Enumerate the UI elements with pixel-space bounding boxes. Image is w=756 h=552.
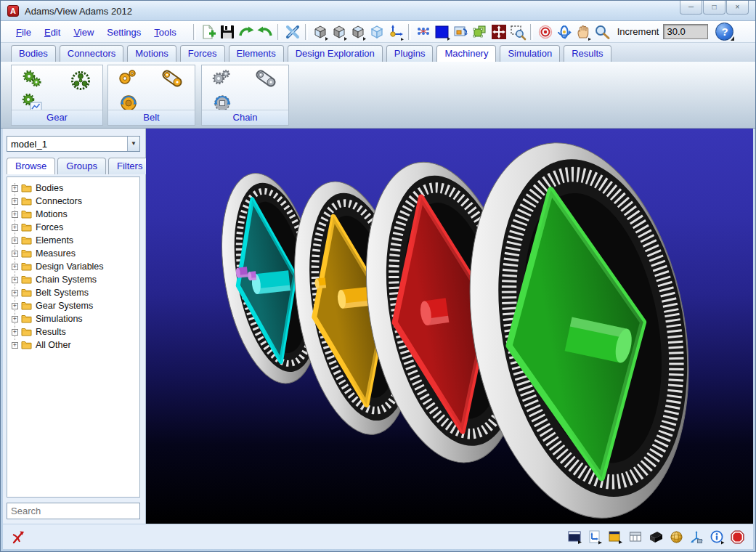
new-model-icon[interactable]: [199, 23, 218, 41]
tab-plugins[interactable]: Plugins: [386, 45, 434, 62]
tab-elements[interactable]: Elements: [229, 45, 284, 62]
gear-yellow-hub[interactable]: [337, 287, 369, 309]
expander-measures[interactable]: +: [12, 251, 18, 257]
tree-item-design-variables[interactable]: Design Variables: [36, 261, 104, 272]
pin-yellow[interactable]: [314, 277, 326, 288]
rotate-view-icon[interactable]: [555, 23, 574, 41]
lights-icon[interactable]: [668, 529, 685, 545]
pin-purple-a[interactable]: [235, 267, 248, 278]
view-front-icon[interactable]: [311, 23, 330, 41]
create-sprocket-icon[interactable]: [211, 69, 234, 92]
menu-tools[interactable]: Tools: [147, 24, 182, 41]
view-iso-icon[interactable]: [367, 23, 386, 41]
undo-icon[interactable]: [256, 23, 275, 41]
tree-item-elements[interactable]: Elements: [36, 235, 73, 245]
expander-belt-systems[interactable]: +: [12, 290, 18, 296]
depth-perception-icon[interactable]: [648, 529, 664, 545]
browser-tab-filters[interactable]: Filters: [108, 158, 151, 174]
vertex-grid-icon[interactable]: [414, 23, 433, 41]
tree-item-motions[interactable]: Motions: [36, 209, 68, 219]
chain-group-label[interactable]: Chain: [202, 110, 288, 125]
tree-row-elements: +Elements: [12, 234, 139, 247]
origin-axis-icon[interactable]: [386, 23, 405, 41]
plot-tracking-icon[interactable]: [587, 529, 603, 545]
tree-item-forces[interactable]: Forces: [36, 222, 63, 232]
expander-chain-systems[interactable]: +: [12, 277, 18, 283]
menu-view[interactable]: View: [67, 24, 100, 41]
chevron-down-icon[interactable]: ▼: [127, 137, 139, 151]
menu-settings[interactable]: Settings: [100, 24, 147, 41]
info-icon[interactable]: [709, 529, 725, 545]
expander-connectors[interactable]: +: [12, 198, 18, 205]
redo-icon[interactable]: [237, 23, 256, 41]
pan-icon[interactable]: [574, 23, 593, 41]
increment-input[interactable]: [663, 24, 708, 39]
expander-forces[interactable]: +: [12, 224, 18, 231]
tab-connectors[interactable]: Connectors: [60, 45, 123, 62]
tree-item-connectors[interactable]: Connectors: [36, 196, 82, 206]
tab-bodies[interactable]: Bodies: [11, 45, 56, 62]
save-icon[interactable]: [218, 23, 237, 41]
maximize-button[interactable]: □: [703, 1, 725, 15]
expander-simulations[interactable]: +: [12, 316, 18, 322]
tree-item-belt-systems[interactable]: Belt Systems: [36, 288, 89, 298]
expander-gear-systems[interactable]: +: [12, 303, 18, 309]
menu-edit[interactable]: Edit: [38, 24, 67, 41]
select-objects-icon[interactable]: [471, 23, 489, 41]
browser-tab-groups[interactable]: Groups: [57, 158, 106, 174]
expander-motions[interactable]: +: [12, 211, 18, 218]
model-selector[interactable]: model_1 ▼: [7, 136, 140, 152]
expander-results[interactable]: +: [12, 329, 18, 336]
tree-item-gear-systems[interactable]: Gear Systems: [36, 301, 93, 311]
create-chain-icon[interactable]: [255, 69, 278, 92]
create-belt-icon[interactable]: [161, 69, 184, 92]
status-bar: [3, 524, 753, 549]
tab-results[interactable]: Results: [564, 45, 611, 62]
expander-all-other[interactable]: +: [12, 342, 18, 349]
minimize-button[interactable]: ─: [680, 1, 702, 15]
close-button[interactable]: ×: [726, 1, 749, 15]
working-grid-icon[interactable]: [607, 529, 624, 545]
stop-icon[interactable]: [729, 529, 746, 545]
expander-design-variables[interactable]: +: [12, 264, 18, 270]
tree-item-simulations[interactable]: Simulations: [36, 314, 83, 324]
tools-icon[interactable]: [283, 23, 302, 41]
tab-simulation[interactable]: Simulation: [500, 45, 560, 62]
belt-group-label[interactable]: Belt: [108, 110, 195, 125]
pin-purple-b[interactable]: [248, 271, 257, 280]
render-window-icon[interactable]: [452, 23, 471, 41]
tab-forces[interactable]: Forces: [180, 45, 225, 62]
tree-item-chain-systems[interactable]: Chain Systems: [36, 275, 97, 285]
tab-design-exploration[interactable]: Design Exploration: [288, 45, 383, 62]
tree-item-results[interactable]: Results: [36, 327, 66, 337]
table-editor-icon[interactable]: [627, 529, 644, 545]
gear-red-hub[interactable]: [419, 298, 449, 326]
view-top-icon[interactable]: [349, 23, 367, 41]
zoom-icon[interactable]: [593, 23, 611, 41]
create-gear-pair-icon[interactable]: [20, 69, 44, 92]
tab-motions[interactable]: Motions: [127, 45, 176, 62]
translate-view-icon[interactable]: [489, 23, 508, 41]
expander-bodies[interactable]: +: [12, 185, 18, 192]
browser-tab-browse[interactable]: Browse: [7, 158, 55, 174]
3d-viewport[interactable]: [146, 129, 753, 524]
view-side-icon[interactable]: [330, 23, 349, 41]
gear-cyan-hub[interactable]: [251, 270, 290, 294]
view-triad-icon[interactable]: [688, 529, 705, 545]
zoom-area-icon[interactable]: [508, 23, 527, 41]
gear-group-label[interactable]: Gear: [12, 110, 102, 125]
help-button[interactable]: ?: [715, 23, 733, 41]
center-view-icon[interactable]: [536, 23, 555, 41]
tree-item-bodies[interactable]: Bodies: [36, 183, 63, 193]
tree-item-measures[interactable]: Measures: [36, 248, 76, 259]
tab-machinery[interactable]: Machinery: [436, 45, 496, 62]
color-swatch-icon[interactable]: [433, 23, 452, 41]
create-pulley-icon[interactable]: [117, 69, 140, 92]
toolbar-separator: [305, 24, 308, 40]
tree-item-all-other[interactable]: All Other: [36, 340, 71, 350]
expander-elements[interactable]: +: [12, 238, 18, 244]
create-planetary-gear-icon[interactable]: [69, 69, 92, 92]
render-mode-icon[interactable]: [566, 529, 583, 545]
search-input[interactable]: [7, 503, 140, 519]
menu-file[interactable]: File: [9, 24, 38, 41]
